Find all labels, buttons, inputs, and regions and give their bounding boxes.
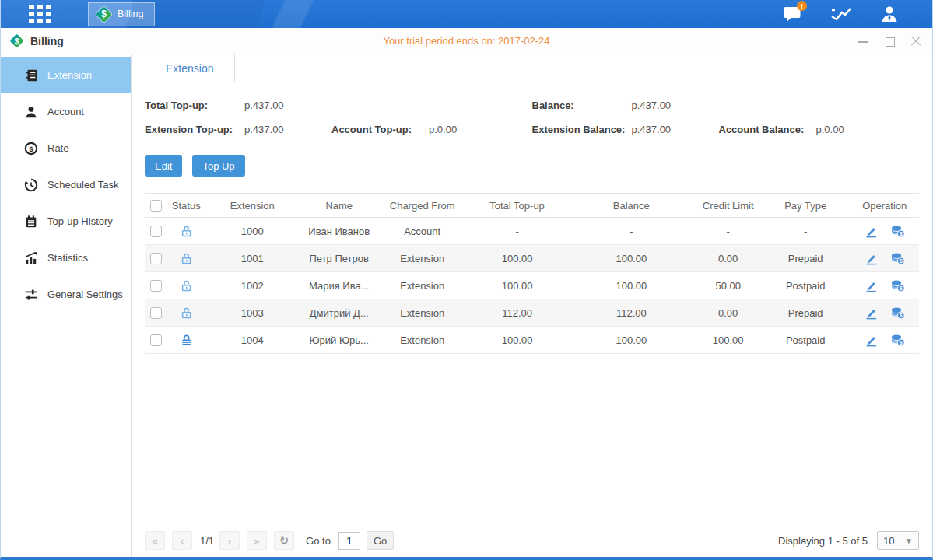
- account-balance-label: Account Balance:: [719, 124, 816, 135]
- cell-name: Мария Ива...: [300, 272, 378, 299]
- account-topup-value: p.0.00: [429, 124, 457, 135]
- table-row[interactable]: 1002 Мария Ива... Extension 100.00 100.0…: [145, 272, 919, 299]
- row-checkbox[interactable]: [150, 280, 162, 292]
- sidebar-item-account[interactable]: Account: [1, 93, 131, 130]
- status-lock-icon: [180, 251, 193, 263]
- edit-icon[interactable]: [865, 279, 878, 292]
- cell-credit-limit: 100.00: [695, 327, 761, 354]
- edit-icon[interactable]: [865, 225, 878, 238]
- edit-icon[interactable]: [865, 334, 878, 347]
- cell-balance: 100.00: [567, 272, 695, 299]
- sidebar-item-scheduled-task[interactable]: Scheduled Task: [1, 166, 131, 203]
- topup-icon[interactable]: $: [890, 252, 905, 265]
- cell-charged-from: Extension: [377, 327, 466, 354]
- select-all-checkbox[interactable]: [150, 200, 162, 212]
- sidebar-item-statistics[interactable]: Statistics: [1, 240, 131, 276]
- cell-name: Петр Петров: [300, 245, 378, 272]
- goto-label: Go to: [306, 535, 331, 547]
- svg-text:$: $: [900, 312, 903, 318]
- cell-credit-limit: -: [695, 218, 761, 245]
- status-lock-icon: [180, 333, 193, 345]
- row-checkbox[interactable]: [150, 226, 162, 237]
- table-row[interactable]: 1004 Юрий Юрь... Extension 100.00 100.00…: [145, 327, 919, 354]
- app-window: $ Billing !: [0, 0, 933, 560]
- tab-extension[interactable]: Extension: [145, 54, 235, 82]
- row-checkbox[interactable]: [150, 253, 162, 264]
- displaying-status: Displaying 1 - 5 of 5: [778, 535, 868, 547]
- topup-icon[interactable]: $: [890, 225, 905, 238]
- apps-grid-icon[interactable]: [29, 5, 55, 23]
- maximize-button[interactable]: [884, 36, 895, 47]
- user-account-icon[interactable]: [878, 4, 901, 24]
- general-settings-icon: [24, 288, 38, 302]
- svg-text:$: $: [900, 230, 903, 236]
- topup-icon[interactable]: $: [890, 334, 905, 347]
- prev-page-button[interactable]: ‹: [172, 531, 192, 550]
- trial-notice: Your trial period ends on: 2017-02-24: [1, 35, 932, 47]
- chevron-down-icon: ▼: [905, 537, 913, 545]
- extension-topup-label: Extension Top-up:: [145, 124, 244, 135]
- cell-charged-from: Extension: [377, 272, 466, 299]
- total-topup-value: p.437.00: [244, 100, 331, 111]
- sidebar-item-label: General Settings: [47, 289, 123, 300]
- cell-name: Юрий Юрь...: [300, 327, 378, 354]
- cell-total-topup: 100.00: [467, 245, 567, 272]
- col-name: Name: [300, 194, 378, 218]
- billing-dollar-icon-small: $: [10, 34, 23, 47]
- reports-chart-icon[interactable]: [830, 4, 853, 24]
- topup-icon[interactable]: $: [890, 279, 905, 292]
- cell-balance: -: [567, 218, 695, 245]
- sidebar-item-general-settings[interactable]: General Settings: [1, 276, 131, 313]
- balance-value: p.437.00: [632, 100, 719, 111]
- table-row[interactable]: 1000 Иван Иванов Account - - - -: [145, 218, 919, 245]
- goto-page-input[interactable]: [338, 532, 360, 550]
- main-content: Extension Total Top-up: p.437.00 Balance…: [132, 54, 932, 557]
- cell-extension: 1002: [205, 272, 300, 299]
- edit-button[interactable]: Edit: [145, 155, 182, 177]
- refresh-icon[interactable]: ↻: [274, 531, 294, 550]
- next-page-button[interactable]: ›: [219, 531, 240, 550]
- table-row[interactable]: 1003 Дмитрий Д... Extension 112.00 112.0…: [145, 299, 919, 327]
- first-page-button[interactable]: «: [145, 531, 165, 550]
- close-button[interactable]: [910, 36, 921, 47]
- cell-pay-type: Postpaid: [761, 327, 850, 354]
- col-pay-type: Pay Type: [761, 194, 850, 218]
- account-icon: [24, 105, 38, 119]
- cell-balance: 112.00: [567, 299, 695, 327]
- cell-charged-from: Extension: [377, 245, 466, 272]
- edit-icon[interactable]: [865, 252, 878, 265]
- topup-icon[interactable]: $: [890, 306, 905, 320]
- last-page-button[interactable]: »: [247, 531, 267, 550]
- titlebar: $ Billing Your trial period ends on: 201…: [1, 28, 932, 54]
- sidebar-item-topup-history[interactable]: Top-up History: [1, 203, 131, 240]
- cell-total-topup: 100.00: [467, 272, 567, 299]
- window-title: $ Billing: [10, 34, 64, 47]
- svg-text:$: $: [900, 257, 903, 264]
- cell-total-topup: 100.00: [467, 327, 567, 354]
- cell-extension: 1001: [205, 245, 300, 272]
- go-button[interactable]: Go: [367, 531, 394, 550]
- col-charged-from: Charged From: [377, 194, 466, 218]
- sidebar: Extension Account $ Rate: [1, 54, 132, 557]
- cell-credit-limit: 0.00: [695, 245, 761, 272]
- edit-icon[interactable]: [865, 306, 878, 320]
- svg-text:$: $: [900, 285, 903, 291]
- page-size-select[interactable]: 10 ▼: [877, 531, 919, 550]
- notifications-chat-icon[interactable]: !: [781, 4, 805, 24]
- row-checkbox[interactable]: [150, 307, 162, 319]
- page-size-value: 10: [883, 535, 894, 547]
- sidebar-item-label: Rate: [47, 142, 68, 154]
- table-header-row: Status Extension Name Charged From Total…: [145, 194, 919, 218]
- row-checkbox[interactable]: [150, 334, 162, 346]
- minimize-button[interactable]: [858, 36, 868, 47]
- extension-topup-value: p.437.00: [244, 124, 331, 135]
- col-total-topup: Total Top-up: [467, 194, 567, 218]
- billing-dollar-icon: $: [96, 7, 111, 22]
- col-extension: Extension: [205, 194, 300, 218]
- cell-credit-limit: 50.00: [695, 272, 761, 299]
- sidebar-item-extension[interactable]: Extension: [1, 57, 131, 93]
- topbar-app-tab-billing[interactable]: $ Billing: [88, 2, 155, 26]
- top-up-button[interactable]: Top Up: [192, 155, 244, 177]
- table-row[interactable]: 1001 Петр Петров Extension 100.00 100.00…: [145, 245, 919, 272]
- sidebar-item-rate[interactable]: $ Rate: [1, 130, 131, 166]
